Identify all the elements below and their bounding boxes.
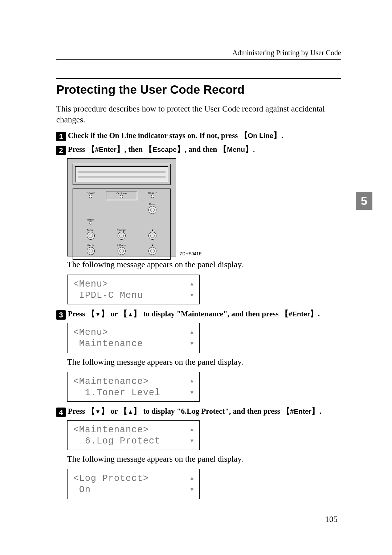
down-key: ▼ — [95, 311, 101, 317]
step-3-c: to display "Maintenance", and then press — [141, 309, 280, 318]
menu-button-icon — [87, 232, 95, 240]
escape-label: Escape — [117, 228, 127, 232]
step-1-post: . — [281, 131, 283, 140]
open-bracket-icon: 【 — [119, 406, 127, 416]
lcd-display-3: <Maintenance>▲ 1.Toner Level▼ — [67, 372, 200, 402]
step-3-a: Press — [68, 309, 87, 318]
scroll-down-icon: ▼ — [191, 390, 193, 396]
open-bracket-icon: 【 — [240, 131, 248, 140]
lcd5-line2: On — [73, 484, 91, 495]
close-bracket-icon: 】 — [311, 406, 319, 416]
menu-label: Menu — [87, 228, 94, 232]
panel-lcd — [75, 166, 168, 182]
lcd-display-4: <Maintenance>▲ 6.Log Protect▼ — [67, 420, 200, 450]
lcd-display-5: <Log Protect>▲ On▼ — [67, 469, 200, 499]
menu-key: Menu — [227, 146, 245, 153]
lcd1-line2: IPDL-C Menu — [73, 290, 143, 301]
open-bracket-icon: 【 — [87, 309, 95, 318]
lcd4-line2: 6.Log Protect — [73, 436, 160, 447]
step-4-d: . — [319, 407, 321, 416]
enter-key: #Enter — [289, 310, 310, 318]
step-1-pre: Check if the On Line indicator stays on.… — [68, 131, 240, 140]
step-4-b: or — [109, 407, 120, 416]
step-3: 3 Press 【▼】 or 【▲】 to display "Maintenan… — [56, 309, 341, 402]
error-led-icon — [89, 221, 92, 224]
open-bracket-icon: 【 — [282, 406, 290, 416]
scroll-up-icon: ▲ — [191, 329, 193, 336]
step-3-b: or — [109, 309, 120, 318]
scroll-down-icon: ▼ — [191, 487, 193, 493]
step-4-text: Press 【▼】 or 【▲】 to display "6.Log Prote… — [68, 406, 341, 417]
printer-panel-illustration: Power On Line Data In Reset Error Menu E… — [67, 158, 216, 256]
power-label: Power — [86, 191, 95, 195]
step-2-d: . — [253, 145, 255, 154]
scroll-up-icon: ▲ — [191, 427, 193, 433]
close-bracket-icon: 】 — [101, 309, 109, 318]
step-1: 1 Check if the On Line indicator stays o… — [56, 130, 341, 141]
open-bracket-icon: 【 — [87, 406, 95, 416]
scroll-up-icon: ▲ — [191, 475, 193, 482]
lcd-display-1: <Menu>▲ IPDL-C Menu▼ — [67, 275, 200, 305]
datain-led-icon — [151, 195, 154, 198]
down-button-icon — [148, 247, 156, 255]
step-2-c: , and then — [185, 145, 219, 154]
close-bracket-icon: 】 — [245, 145, 253, 154]
step-4-c: to display "6.Log Protect", and then pre… — [141, 407, 282, 416]
escape-key: Escape — [152, 146, 177, 153]
open-bracket-icon: 【 — [144, 145, 152, 154]
reset-label: Reset — [149, 203, 156, 206]
online-key: On Line — [248, 132, 274, 139]
rule-thick — [56, 78, 341, 79]
up-key: ▲ — [127, 311, 133, 317]
lcd5-line1: <Log Protect> — [73, 473, 149, 484]
up-button-icon — [148, 232, 156, 240]
open-bracket-icon: 【 — [87, 145, 95, 154]
step-2: 2 Press 【#Enter】, then 【Escape】, and the… — [56, 144, 341, 304]
message-appears-text: The following message appears on the pan… — [67, 260, 341, 270]
step-number-icon: 1 — [56, 132, 66, 141]
step-2-text: Press 【#Enter】, then 【Escape】, and then … — [68, 144, 341, 155]
datain-label: Data In — [148, 191, 157, 195]
step-number-icon: 2 — [56, 146, 66, 155]
lcd4-line1: <Maintenance> — [73, 424, 149, 436]
message-appears-text: The following message appears on the pan… — [67, 454, 341, 464]
step-number-icon: 4 — [56, 408, 66, 417]
step-3-text: Press 【▼】 or 【▲】 to display "Maintenance… — [68, 309, 341, 319]
chapter-tab: 5 — [356, 192, 372, 210]
enter-label: # Enter — [117, 244, 126, 247]
reset-button-icon — [148, 206, 156, 214]
online-label: On Line — [117, 192, 127, 195]
lcd2-line2: Maintenance — [73, 338, 143, 349]
scroll-up-icon: ▲ — [191, 281, 193, 288]
intro-text: This procedure describes how to protect … — [56, 104, 341, 125]
media-button-icon — [87, 247, 95, 255]
close-bracket-icon: 】 — [117, 145, 124, 154]
lcd3-line1: <Maintenance> — [73, 376, 149, 387]
error-label: Error — [87, 218, 94, 221]
rule-thin — [56, 99, 341, 99]
open-bracket-icon: 【 — [219, 145, 227, 154]
close-bracket-icon: 】 — [133, 406, 141, 416]
scroll-down-icon: ▼ — [191, 438, 193, 445]
open-bracket-icon: 【 — [281, 309, 289, 318]
close-bracket-icon: 】 — [133, 309, 141, 318]
step-4-a: Press — [68, 407, 87, 416]
message-appears-text: The following message appears on the pan… — [67, 357, 341, 367]
step-number-icon: 3 — [56, 310, 66, 320]
enter-key: #Enter — [290, 408, 311, 415]
step-1-text: Check if the On Line indicator stays on.… — [68, 130, 341, 141]
media-label: Media — [87, 244, 95, 247]
section-title: Protecting the User Code Record — [56, 83, 341, 97]
up-key: ▲ — [127, 409, 133, 415]
step-2-b: , then — [124, 145, 144, 154]
down-key: ▼ — [95, 409, 101, 415]
scroll-down-icon: ▼ — [191, 341, 193, 347]
step-2-a: Press — [68, 145, 87, 154]
lcd3-line2: 1.Toner Level — [73, 387, 160, 398]
scroll-up-icon: ▲ — [191, 378, 193, 385]
lcd1-line1: <Menu> — [73, 279, 108, 290]
step-4: 4 Press 【▼】 or 【▲】 to display "6.Log Pro… — [56, 406, 341, 499]
power-led-icon — [89, 195, 92, 198]
lcd2-line1: <Menu> — [73, 327, 108, 338]
step-3-d: . — [318, 309, 320, 318]
